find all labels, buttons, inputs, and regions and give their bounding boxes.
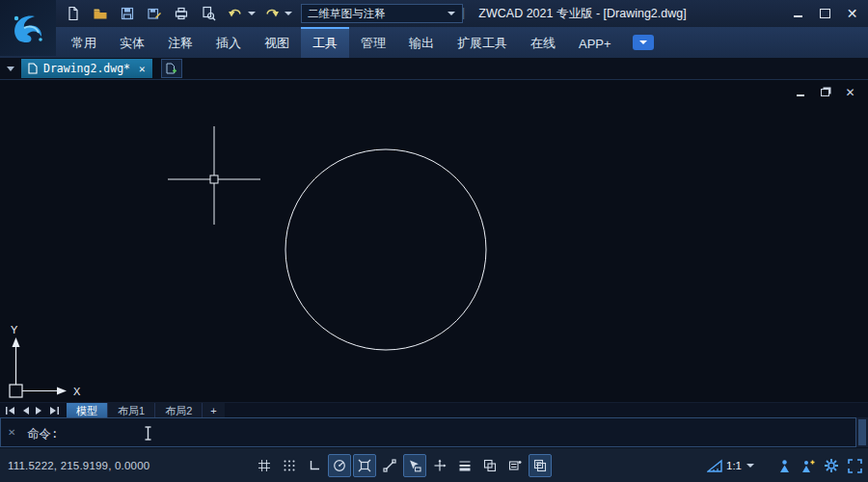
object-snap-toggle[interactable] [353,454,376,477]
tab-label: 常用 [71,35,96,52]
new-file-button[interactable] [62,3,85,24]
grid-icon [258,459,271,472]
doc-restore-button[interactable] [819,86,831,98]
command-line[interactable]: ✕ 命令: [0,417,856,447]
auto-annotation-icon[interactable] [800,459,815,473]
minimize-button[interactable] [790,5,806,21]
open-file-button[interactable] [89,3,112,24]
quick-properties-icon [508,459,522,472]
polar-tracking-toggle[interactable] [328,454,351,477]
undo-menu-caret[interactable] [248,12,256,15]
undo-icon [228,6,243,21]
plot-preview-button[interactable] [197,3,220,24]
plot-button[interactable] [170,3,193,24]
first-layout-icon[interactable] [6,407,15,415]
grid-display-toggle[interactable] [253,454,276,477]
object-snap-tracking-toggle[interactable] [378,454,401,477]
lineweight-display-toggle[interactable] [453,454,476,477]
ribbon-overflow-button[interactable] [633,35,654,50]
doc-minimize-button[interactable] [794,86,806,98]
ribbon-tab-manage[interactable]: 管理 [349,27,397,58]
doc-list-caret-icon[interactable] [7,67,14,71]
redo-menu-caret[interactable] [285,12,292,15]
polar-tracking-icon [333,459,346,472]
workspace-selector[interactable]: 二维草图与注释 [301,4,463,23]
prev-layout-icon[interactable] [22,407,29,415]
ribbon-tab-app-plus[interactable]: APP+ [567,27,623,58]
window-title: ZWCAD 2021 专业版 - [Drawing2.dwg] [453,0,712,27]
annotation-visibility-icon[interactable] [777,459,792,473]
tab-label: 模型 [76,404,97,418]
document-tab[interactable]: Drawing2.dwg* ✕ [21,59,152,78]
ucs-x-label: X [73,386,81,397]
annotation-scale-value: 1:1 [726,460,742,471]
quick-properties-toggle[interactable] [503,454,527,477]
tab-label: 扩展工具 [457,35,507,52]
status-toggles [253,454,552,477]
titlebar: 二维草图与注释 | ZWCAD 2021 专业版 - [Drawing2.dwg… [0,0,868,27]
chevron-down-icon [746,464,754,468]
ribbon-tab-express[interactable]: 扩展工具 [446,27,519,58]
scrollbar-thumb[interactable] [858,419,866,445]
ribbon-tab-solid[interactable]: 实体 [108,27,156,58]
ribbon-tab-output[interactable]: 输出 [397,27,446,58]
document-close-icon[interactable]: ✕ [139,63,146,75]
snap-mode-toggle[interactable] [278,454,301,477]
plus-file-icon [165,63,177,75]
text-cursor [144,426,152,441]
next-layout-icon[interactable] [36,407,42,415]
ribbon-tab-tools[interactable]: 工具 [301,27,349,58]
dynamic-input-toggle[interactable] [403,454,426,477]
quick-access-toolbar [62,3,320,24]
layout-tab-layout2[interactable]: 布局2 [155,403,203,418]
add-layout-button[interactable]: + [203,403,224,418]
zwcad-logo-icon [0,0,56,56]
command-close-icon[interactable]: ✕ [8,427,15,438]
drawing-file-icon [28,63,38,74]
doc-close-button[interactable]: ✕ [844,86,856,98]
ribbon-tab-annotate[interactable]: 注释 [156,27,204,58]
layout-tab-model[interactable]: 模型 [67,403,108,418]
object-snap-icon [358,459,371,472]
layout-tab-layout1[interactable]: 布局1 [108,403,155,418]
printer-icon [174,6,189,21]
new-document-tab-button[interactable] [161,59,182,78]
window-controls: ✕ [790,5,860,21]
last-layout-icon[interactable] [49,407,59,415]
command-scrollbar[interactable] [856,417,868,447]
fullscreen-icon[interactable] [848,459,862,473]
annotation-scale-control[interactable]: 1:1 [707,459,755,472]
maximize-button[interactable] [817,5,833,21]
drawing-area[interactable]: ✕ Y X [0,79,868,403]
ribbon-tab-insert[interactable]: 插入 [204,27,253,58]
tab-label: 输出 [409,35,434,52]
selection-cycling-toggle[interactable] [529,454,552,477]
layout-nav [6,407,59,415]
snap-grid-icon [283,459,296,472]
document-tab-label: Drawing2.dwg* [43,62,130,75]
save-button[interactable] [116,3,139,24]
save-icon [120,6,135,21]
dynamic-ucs-toggle[interactable] [428,454,451,477]
ribbon-tab-home[interactable]: 常用 [60,27,108,58]
ribbon-tab-online[interactable]: 在线 [519,27,567,58]
drawn-circle[interactable] [285,149,486,350]
close-button[interactable]: ✕ [844,5,860,21]
chevron-down-icon [448,12,455,15]
redo-button[interactable] [260,3,284,24]
tab-label: 视图 [264,35,289,52]
document-window-controls: ✕ [794,86,856,98]
ortho-mode-toggle[interactable] [303,454,326,477]
workspace-value: 二维草图与注释 [308,7,447,21]
tab-label: 实体 [120,35,145,52]
coordinate-display: 111.5222, 215.9199, 0.0000 [8,448,149,482]
settings-gear-icon[interactable] [824,458,839,473]
transparency-display-toggle[interactable] [478,454,502,477]
ribbon-tab-view[interactable]: 视图 [253,27,301,58]
ucs-y-label: Y [11,324,18,335]
undo-button[interactable] [224,3,247,24]
ribbon-tab-bar: 常用 实体 注释 插入 视图 工具 管理 输出 扩展工具 在线 APP+ [0,27,868,59]
save-as-button[interactable] [143,3,166,24]
object-snap-tracking-icon [383,459,396,472]
title-separator: | [462,6,465,19]
